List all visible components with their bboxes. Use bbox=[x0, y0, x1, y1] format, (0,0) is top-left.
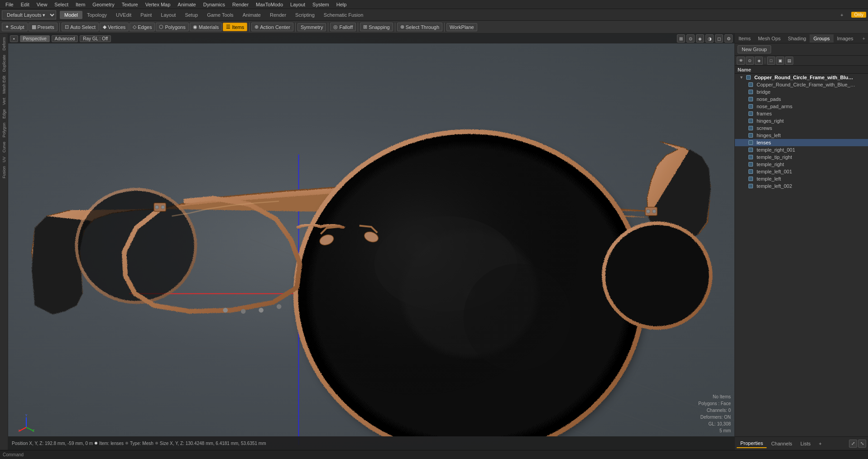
layout-tab-scripting[interactable]: Scripting bbox=[291, 11, 319, 19]
bp-tab-properties[interactable]: Properties bbox=[737, 439, 767, 448]
menu-texture[interactable]: Texture bbox=[118, 1, 142, 8]
menu-edit[interactable]: Edit bbox=[17, 1, 33, 8]
layout-tab-layout[interactable]: Layout bbox=[156, 11, 180, 19]
gi-visibility[interactable]: 👁 bbox=[737, 57, 745, 65]
tree-item-temple_right[interactable]: temple_right bbox=[735, 161, 868, 168]
menu-item[interactable]: Item bbox=[72, 1, 89, 8]
bp-tab-add[interactable]: + bbox=[815, 440, 825, 448]
layout-tab-add[interactable]: + bbox=[836, 11, 848, 19]
bp-collapse-icon[interactable]: ⤡ bbox=[858, 440, 866, 448]
tree-item-hinges_left[interactable]: hinges_left bbox=[735, 132, 868, 139]
tool-vert[interactable]: Vert bbox=[1, 96, 7, 107]
tree-item-temple_left[interactable]: temple_left bbox=[735, 175, 868, 182]
edges-button[interactable]: ◇ Edges bbox=[129, 23, 155, 31]
viewport-icon-grid[interactable]: ⊞ bbox=[677, 34, 685, 43]
viewport[interactable]: .grid-line { stroke: #555; stroke-width:… bbox=[8, 33, 734, 450]
tool-polygon[interactable]: Polygon bbox=[1, 121, 7, 139]
symmetry-button[interactable]: Symmetry bbox=[297, 23, 326, 31]
right-tab-meshops[interactable]: Mesh Ops bbox=[754, 34, 784, 43]
layout-tab-animate[interactable]: Animate bbox=[238, 11, 265, 19]
menu-vertex-map[interactable]: Vertex Map bbox=[142, 1, 174, 8]
right-tab-items[interactable]: Items bbox=[735, 34, 754, 43]
tool-curve[interactable]: Curve bbox=[1, 140, 7, 154]
viewport-icon-camera[interactable]: ⊙ bbox=[686, 34, 695, 43]
new-group-button[interactable]: New Group bbox=[738, 45, 771, 53]
tool-fusion[interactable]: Fusion bbox=[1, 164, 7, 180]
tool-uv[interactable]: UV bbox=[1, 155, 7, 164]
perspective-button[interactable]: Perspective bbox=[20, 35, 50, 42]
menu-maxtomodo[interactable]: MaxToModo bbox=[252, 1, 287, 8]
menu-file[interactable]: File bbox=[2, 1, 17, 8]
menu-render[interactable]: Render bbox=[229, 1, 252, 8]
tool-deform[interactable]: Deform bbox=[1, 35, 7, 53]
tree-item-temple_tip_right[interactable]: temple_tip_right bbox=[735, 153, 868, 161]
workplane-button[interactable]: WorkPlane bbox=[446, 23, 477, 31]
layout-tab-game-tools[interactable]: Game Tools bbox=[202, 11, 238, 19]
tree-item-temple_left_001[interactable]: temple_left_001 bbox=[735, 168, 868, 175]
menu-help[interactable]: Help bbox=[333, 1, 350, 8]
tree-item-temple_left_002[interactable]: temple_left_002 bbox=[735, 182, 868, 190]
viewport-icon-settings[interactable]: ⚙ bbox=[724, 34, 733, 43]
menu-view[interactable]: View bbox=[33, 1, 51, 8]
tree-item-screws[interactable]: screws bbox=[735, 124, 868, 132]
gi-camera[interactable]: ⊙ bbox=[746, 57, 754, 65]
layout-tab-uvedit[interactable]: UVEdit bbox=[111, 11, 136, 19]
gi-render[interactable]: ◈ bbox=[755, 57, 763, 65]
viewport-icon-shade[interactable]: ◑ bbox=[705, 34, 714, 43]
tool-edge[interactable]: Edge bbox=[1, 107, 7, 120]
menu-animate[interactable]: Animate bbox=[174, 1, 199, 8]
menu-system[interactable]: System bbox=[309, 1, 333, 8]
auto-select-button[interactable]: ⊡ Auto Select bbox=[62, 23, 99, 31]
tool-duplicate[interactable]: Duplicate bbox=[1, 53, 7, 74]
materials-button[interactable]: ◉ Materials bbox=[190, 23, 222, 31]
bp-expand-icon[interactable]: ⤢ bbox=[849, 440, 857, 448]
advanced-button[interactable]: Advanced bbox=[52, 35, 78, 42]
tree-item-child_full[interactable]: Copper_Round_Circle_Frame_with_Blue_Lens… bbox=[735, 81, 868, 88]
menu-select[interactable]: Select bbox=[51, 1, 72, 8]
tree-item-frames[interactable]: frames bbox=[735, 110, 868, 117]
tool-mesh-edit[interactable]: Mesh Edit bbox=[1, 74, 7, 96]
layout-tab-model[interactable]: Model bbox=[60, 11, 82, 19]
tree-item-nose_pads[interactable]: nose_pads bbox=[735, 96, 868, 103]
layout-tab-topology[interactable]: Topology bbox=[82, 11, 111, 19]
layout-tab-render[interactable]: Render bbox=[265, 11, 291, 19]
viewport-type-button[interactable]: ▪ bbox=[10, 35, 18, 42]
bp-tab-lists[interactable]: Lists bbox=[797, 440, 815, 448]
tree-label-frames: frames bbox=[757, 111, 772, 116]
tree-item-nose_pad_arms[interactable]: nose_pad_arms bbox=[735, 103, 868, 110]
snapping-button[interactable]: ⊞ Snapping bbox=[360, 23, 393, 31]
menu-geometry[interactable]: Geometry bbox=[89, 1, 118, 8]
layout-tab-schematic[interactable]: Schematic Fusion bbox=[319, 11, 368, 19]
viewport-icon-wire[interactable]: ◻ bbox=[715, 34, 723, 43]
select-through-button[interactable]: ⊗ Select Through bbox=[397, 23, 442, 31]
raygl-button[interactable]: Ray GL : Off bbox=[80, 35, 111, 42]
tree-item-temple_right_001[interactable]: temple_right_001 bbox=[735, 146, 868, 153]
right-tab-groups[interactable]: Groups bbox=[810, 34, 833, 43]
vertices-button[interactable]: ◆ Vertices bbox=[100, 23, 129, 31]
items-button[interactable]: ☰ Items bbox=[223, 23, 247, 31]
right-tab-add[interactable]: + bbox=[860, 34, 868, 43]
layout-tab-setup[interactable]: Setup bbox=[180, 11, 202, 19]
right-tab-images[interactable]: Images bbox=[834, 34, 857, 43]
sculpt-button[interactable]: ✦ Sculpt bbox=[2, 23, 28, 31]
gi-square[interactable]: □ bbox=[767, 57, 775, 65]
scene-tree[interactable]: ▼Copper_Round_Circle_Frame_with_Blue_...… bbox=[735, 74, 868, 436]
gi-square3[interactable]: ▤ bbox=[785, 57, 793, 65]
layout-dropdown[interactable]: Default Layouts ▾ bbox=[2, 10, 56, 19]
menu-dynamics[interactable]: Dynamics bbox=[200, 1, 229, 8]
tree-item-lenses[interactable]: lenses bbox=[735, 139, 868, 146]
falloff-button[interactable]: ◎ Falloff bbox=[330, 23, 356, 31]
tree-check-nose_pads bbox=[748, 97, 753, 101]
right-tab-shading[interactable]: Shading bbox=[784, 34, 810, 43]
layout-tab-paint[interactable]: Paint bbox=[136, 11, 156, 19]
viewport-icon-render[interactable]: ◈ bbox=[696, 34, 704, 43]
tree-item-bridge[interactable]: bridge bbox=[735, 88, 868, 96]
presets-button[interactable]: ▦ Presets bbox=[29, 23, 58, 31]
menu-layout[interactable]: Layout bbox=[287, 1, 309, 8]
tree-item-root_group[interactable]: ▼Copper_Round_Circle_Frame_with_Blue_... bbox=[735, 74, 868, 81]
tree-item-hinges_right[interactable]: hinges_right bbox=[735, 117, 868, 124]
gi-square2[interactable]: ▣ bbox=[776, 57, 784, 65]
action-center-button[interactable]: ⊕ Action Center bbox=[251, 23, 293, 31]
polygons-button[interactable]: ⬡ Polygons bbox=[156, 23, 188, 31]
bp-tab-channels[interactable]: Channels bbox=[767, 440, 796, 448]
